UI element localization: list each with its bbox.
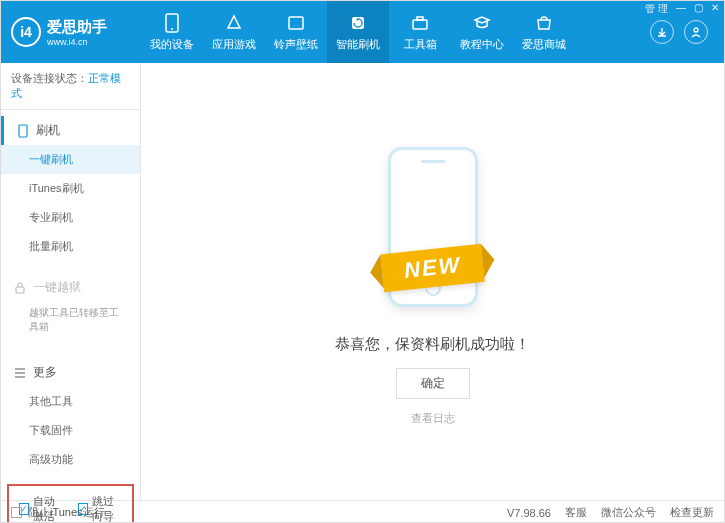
jailbreak-note: 越狱工具已转移至工具箱 [1,302,140,342]
tab-label: 我的设备 [150,37,194,52]
app-name: 爱思助手 [47,18,107,37]
tab-label: 应用游戏 [212,37,256,52]
tab-ringtones[interactable]: 铃声壁纸 [265,1,327,63]
sidebar-item-other-tools[interactable]: 其他工具 [1,387,140,416]
connection-status: 设备连接状态：正常模式 [1,63,140,110]
logo-area: i4 爱思助手 www.i4.cn [11,17,141,47]
close-icon[interactable]: ✕ [711,2,719,16]
checkbox-unchecked-icon [11,507,22,518]
tab-label: 爱思商城 [522,37,566,52]
apps-icon [224,13,244,33]
svg-point-6 [694,28,698,32]
phone-icon [16,124,30,138]
sidebar-item-download-firmware[interactable]: 下载固件 [1,416,140,445]
main-content: NEW 恭喜您，保资料刷机成功啦！ 确定 查看日志 [141,63,724,500]
tab-flash[interactable]: 智能刷机 [327,1,389,63]
app-url: www.i4.cn [47,37,107,47]
download-button[interactable] [650,20,674,44]
store-icon [534,13,554,33]
lock-icon [13,281,27,295]
svg-rect-2 [289,17,303,29]
tab-label: 教程中心 [460,37,504,52]
tab-tutorials[interactable]: 教程中心 [451,1,513,63]
section-flash[interactable]: 刷机 [1,116,140,145]
tab-label: 铃声壁纸 [274,37,318,52]
tab-toolbox[interactable]: 工具箱 [389,1,451,63]
phone-icon [162,13,182,33]
check-update-link[interactable]: 检查更新 [670,505,714,520]
header-bar: i4 爱思助手 www.i4.cn 我的设备 应用游戏 铃声壁纸 智能刷机 工具… [1,1,724,63]
window-menu[interactable]: 管 理 [645,2,668,16]
tab-label: 工具箱 [404,37,437,52]
minimize-icon[interactable]: — [676,2,686,16]
sidebar-item-advanced[interactable]: 高级功能 [1,445,140,474]
service-link[interactable]: 客服 [565,505,587,520]
sidebar: 设备连接状态：正常模式 刷机 一键刷机 iTunes刷机 专业刷机 批量刷机 一… [1,63,141,500]
menu-icon [13,366,27,380]
tab-apps[interactable]: 应用游戏 [203,1,265,63]
flash-icon [348,13,368,33]
svg-rect-5 [417,17,423,20]
wechat-link[interactable]: 微信公众号 [601,505,656,520]
toolbox-icon [410,13,430,33]
logo-icon: i4 [11,17,41,47]
section-more[interactable]: 更多 [1,358,140,387]
tab-store[interactable]: 爱思商城 [513,1,575,63]
tab-my-device[interactable]: 我的设备 [141,1,203,63]
success-illustration: NEW [333,137,533,317]
window-controls: 管 理 — ▢ ✕ [645,2,719,16]
success-message: 恭喜您，保资料刷机成功啦！ [335,335,530,354]
tutorial-icon [472,13,492,33]
header-right [650,20,714,44]
maximize-icon[interactable]: ▢ [694,2,703,16]
svg-point-1 [171,28,173,30]
sidebar-item-pro-flash[interactable]: 专业刷机 [1,203,140,232]
sidebar-item-batch-flash[interactable]: 批量刷机 [1,232,140,261]
ok-button[interactable]: 确定 [396,368,470,399]
section-jailbreak: 一键越狱 [1,273,140,302]
svg-rect-8 [16,287,24,293]
checkbox-block-itunes[interactable]: 阻止iTunes运行 [11,505,105,520]
sidebar-item-itunes-flash[interactable]: iTunes刷机 [1,174,140,203]
svg-rect-7 [19,125,27,137]
view-log-link[interactable]: 查看日志 [411,411,455,426]
wallpaper-icon [286,13,306,33]
user-button[interactable] [684,20,708,44]
tab-label: 智能刷机 [336,37,380,52]
sidebar-item-oneclick-flash[interactable]: 一键刷机 [1,145,140,174]
nav-tabs: 我的设备 应用游戏 铃声壁纸 智能刷机 工具箱 教程中心 爱思商城 [141,1,650,63]
svg-rect-4 [413,20,427,29]
version-label: V7.98.66 [507,507,551,519]
